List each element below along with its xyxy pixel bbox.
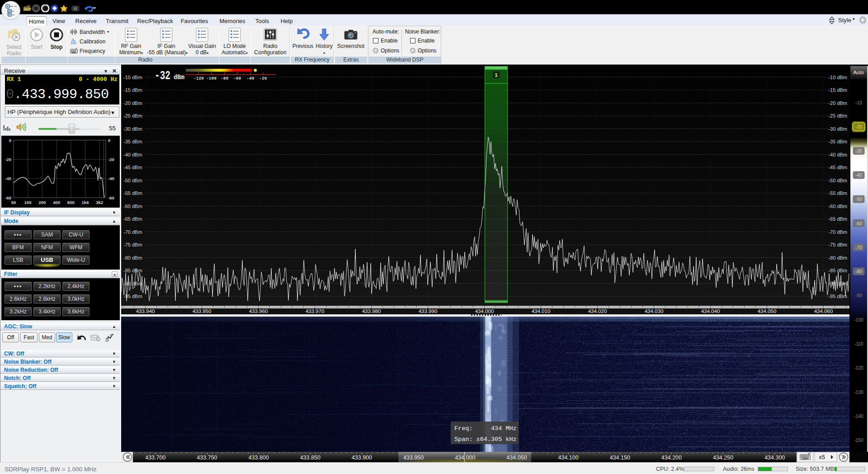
svg-text:x5: x5 — [819, 454, 825, 460]
svg-text:100: 100 — [24, 200, 32, 205]
svg-text:-90 dBm: -90 dBm — [123, 281, 142, 286]
svg-text:0: 0 — [108, 138, 110, 143]
svg-text:1k6: 1k6 — [82, 200, 89, 205]
svg-text:433.950: 433.950 — [193, 308, 212, 314]
svg-text:434.200: 434.200 — [661, 455, 682, 461]
svg-text:-90: -90 — [855, 293, 862, 298]
svg-text:50: 50 — [11, 200, 16, 205]
svg-text:-95 dBm: -95 dBm — [123, 294, 142, 299]
svg-text:-90 dBm: -90 dBm — [828, 281, 847, 286]
svg-text:434.300: 434.300 — [764, 455, 785, 461]
svg-text:433.960: 433.960 — [249, 308, 268, 314]
svg-text:-32: -32 — [155, 69, 170, 83]
svg-text:-30 dBm: -30 dBm — [123, 126, 142, 132]
svg-text:-75 dBm: -75 dBm — [828, 242, 847, 247]
svg-text:433.950: 433.950 — [403, 455, 424, 461]
svg-text:-50: -50 — [855, 197, 862, 202]
svg-text:-95 dBm: -95 dBm — [828, 294, 847, 299]
svg-text:-100: -100 — [854, 318, 863, 322]
svg-text:434.050: 434.050 — [506, 455, 527, 461]
svg-text:-50 dBm: -50 dBm — [123, 178, 142, 183]
svg-text:-70: -70 — [855, 245, 862, 250]
svg-text:-20 dBm: -20 dBm — [828, 100, 847, 106]
svg-text:-55 dBm: -55 dBm — [828, 190, 847, 196]
svg-text:200: 200 — [38, 200, 46, 205]
svg-text:433.980: 433.980 — [362, 308, 381, 314]
svg-text:-40 dBm: -40 dBm — [828, 152, 847, 157]
svg-text:434.000: 434.000 — [475, 308, 494, 314]
svg-text:433.970: 433.970 — [306, 308, 325, 314]
svg-text:-40: -40 — [108, 176, 114, 181]
svg-text:-50 dBm: -50 dBm — [828, 178, 847, 183]
svg-text:-10 dBm: -10 dBm — [828, 75, 847, 80]
svg-text:-60 dBm: -60 dBm — [123, 204, 142, 209]
svg-text:-80 dBm: -80 dBm — [828, 255, 847, 261]
svg-text:Auto: Auto — [853, 70, 864, 75]
svg-text:-40: -40 — [5, 176, 11, 181]
svg-text:-130: -130 — [854, 390, 863, 395]
svg-text:-40: -40 — [855, 173, 862, 178]
svg-text:-20: -20 — [259, 76, 267, 81]
svg-text:-70 dBm: -70 dBm — [123, 229, 142, 235]
svg-text:-10 dBm: -10 dBm — [123, 75, 142, 80]
svg-text:3k2: 3k2 — [96, 200, 103, 205]
svg-text:434.030: 434.030 — [645, 308, 664, 314]
svg-text:433.850: 433.850 — [300, 455, 321, 461]
svg-text:-80: -80 — [855, 269, 862, 274]
svg-text:434.010: 434.010 — [532, 308, 551, 314]
svg-text:-30: -30 — [855, 149, 862, 154]
svg-text:-60: -60 — [233, 76, 241, 81]
svg-text:434.250: 434.250 — [713, 455, 733, 461]
svg-text:-20: -20 — [855, 124, 862, 129]
svg-text:400: 400 — [53, 200, 60, 205]
svg-text:-120: -120 — [193, 76, 204, 81]
svg-text:-75 dBm: -75 dBm — [123, 242, 142, 247]
svg-text:433.900: 433.900 — [352, 455, 372, 461]
svg-text:-65 dBm: -65 dBm — [828, 216, 847, 222]
svg-text:-20 dBm: -20 dBm — [123, 100, 142, 106]
svg-text:Freq: 434 MHz: Freq: 434 MHz — [454, 425, 517, 432]
svg-text:-100: -100 — [206, 76, 217, 81]
svg-text:-80 dBm: -80 dBm — [123, 255, 142, 261]
svg-text:1: 1 — [495, 72, 497, 78]
svg-text:433.800: 433.800 — [249, 455, 269, 461]
svg-text:-25 dBm: -25 dBm — [123, 113, 142, 118]
svg-text:-30 dBm: -30 dBm — [828, 126, 847, 132]
svg-text:-80: -80 — [221, 76, 228, 81]
svg-text:-85 dBm: -85 dBm — [123, 268, 142, 273]
svg-text:434.060: 434.060 — [814, 308, 833, 314]
svg-text:434.050: 434.050 — [758, 308, 777, 314]
svg-text:-25 dBm: -25 dBm — [828, 113, 847, 118]
svg-text:-60: -60 — [855, 221, 862, 226]
svg-text:-65 dBm: -65 dBm — [123, 216, 142, 222]
svg-text:dBm: dBm — [174, 74, 184, 81]
svg-text:-35 dBm: -35 dBm — [123, 139, 142, 144]
svg-text:433.700: 433.700 — [145, 455, 165, 461]
svg-text:0: 0 — [9, 138, 11, 143]
svg-text:-140: -140 — [854, 414, 863, 419]
svg-text:-15 dBm: -15 dBm — [828, 87, 847, 93]
svg-text:-10: -10 — [855, 100, 862, 105]
svg-text:434.150: 434.150 — [610, 455, 630, 461]
svg-text:-70 dBm: -70 dBm — [828, 229, 847, 235]
svg-text:-110: -110 — [854, 341, 863, 346]
svg-text:-40 dBm: -40 dBm — [123, 152, 142, 157]
svg-text:433.990: 433.990 — [419, 308, 438, 314]
svg-text:-150: -150 — [854, 438, 863, 443]
svg-text:-15 dBm: -15 dBm — [123, 87, 142, 93]
svg-text:-60: -60 — [5, 195, 11, 200]
svg-text:-45 dBm: -45 dBm — [123, 165, 142, 170]
svg-text:433.940: 433.940 — [136, 308, 155, 314]
svg-text:-45 dBm: -45 dBm — [828, 165, 847, 170]
svg-text:-20: -20 — [108, 157, 114, 162]
svg-text:-55 dBm: -55 dBm — [123, 190, 142, 196]
svg-text:-60 dBm: -60 dBm — [828, 204, 847, 209]
svg-text:434.020: 434.020 — [588, 308, 607, 314]
svg-text:Span: ±64.305 kHz: Span: ±64.305 kHz — [454, 436, 517, 443]
svg-text:-40: -40 — [246, 76, 254, 81]
svg-text:-85 dBm: -85 dBm — [828, 268, 847, 273]
svg-text:800: 800 — [67, 200, 75, 205]
svg-text:434.040: 434.040 — [701, 308, 720, 314]
svg-text:434.000: 434.000 — [455, 455, 475, 461]
svg-text:434.100: 434.100 — [558, 455, 578, 461]
